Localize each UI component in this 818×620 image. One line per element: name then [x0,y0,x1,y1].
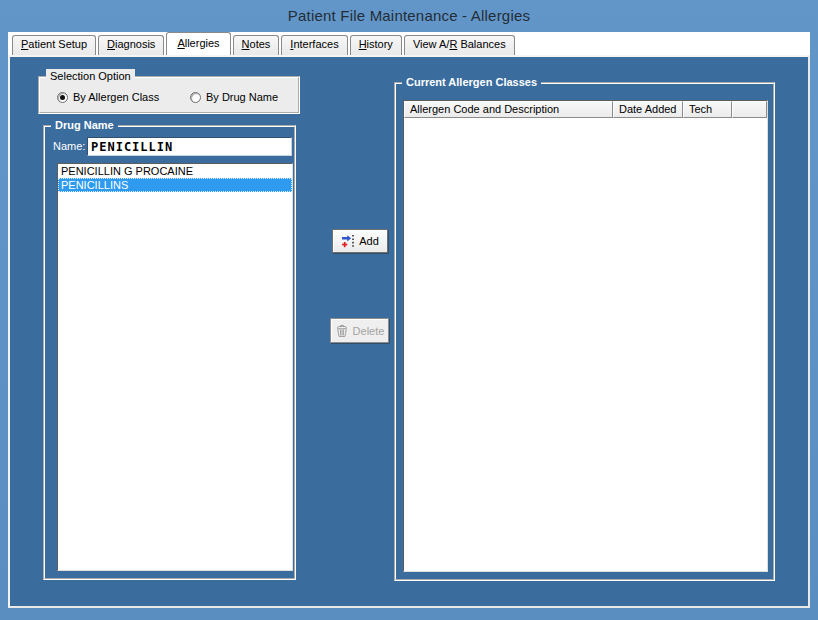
tab-allergies[interactable]: Allergies [166,32,230,55]
allergen-grid-body [404,118,767,571]
delete-button[interactable]: Delete [330,318,389,343]
window-title: Patient File Maintenance - Allergies [288,7,530,24]
list-item-selected[interactable]: PENICILLINS [58,178,292,192]
tab-interfaces[interactable]: Interfaces [281,35,347,55]
list-item[interactable]: PENICILLIN G PROCAINE [58,164,292,178]
drug-name-listbox: PENICILLIN G PROCAINE PENICILLINS [57,163,293,571]
tab-notes[interactable]: Notes [233,35,280,55]
add-button-label: Add [359,235,379,247]
tab-control: Patient Setup Diagnosis Allergies Notes … [8,32,810,608]
selection-option-label: Selection Option [46,69,135,83]
tab-strip: Patient Setup Diagnosis Allergies Notes … [8,32,810,55]
radio-by-allergen-class-label: By Allergen Class [73,91,159,103]
current-allergen-classes-group: Current Allergen Classes Allergen Code a… [394,82,775,581]
radio-selected-icon [57,92,68,103]
radio-by-allergen-class[interactable]: By Allergen Class [57,91,159,103]
drug-name-input[interactable] [87,137,292,156]
column-header-date-added[interactable]: Date Added [613,101,683,118]
radio-unselected-icon [190,92,201,103]
add-to-list-icon [341,234,355,248]
add-button[interactable]: Add [332,229,388,253]
selection-option-group: Selection Option By Allergen Class By Dr… [38,76,300,114]
current-allergen-classes-label: Current Allergen Classes [402,75,541,89]
trash-icon [335,324,349,338]
tab-history[interactable]: History [350,35,402,55]
drug-name-group: Drug Name Name: PENICILLIN G PROCAINE PE… [43,125,296,580]
allergen-grid-header: Allergen Code and Description Date Added… [404,101,767,118]
tab-patient-setup[interactable]: Patient Setup [12,35,96,55]
delete-button-label: Delete [353,325,385,337]
radio-by-drug-name-label: By Drug Name [206,91,278,103]
name-field-label: Name: [53,140,85,152]
patient-file-maintenance-window: Patient File Maintenance - Allergies Pat… [0,0,818,620]
tab-diagnosis[interactable]: Diagnosis [98,35,164,55]
column-header-empty [732,101,767,118]
allergen-grid: Allergen Code and Description Date Added… [403,100,768,572]
tab-view-ar-balances[interactable]: View A/R Balances [404,35,515,55]
titlebar: Patient File Maintenance - Allergies [0,0,818,30]
drug-name-group-label: Drug Name [51,118,118,132]
allergies-tab-page: Selection Option By Allergen Class By Dr… [8,55,810,608]
selection-radio-row: By Allergen Class By Drug Name [40,91,298,107]
column-header-allergen-code[interactable]: Allergen Code and Description [404,101,613,118]
radio-by-drug-name[interactable]: By Drug Name [190,91,278,103]
column-header-tech[interactable]: Tech [683,101,732,118]
